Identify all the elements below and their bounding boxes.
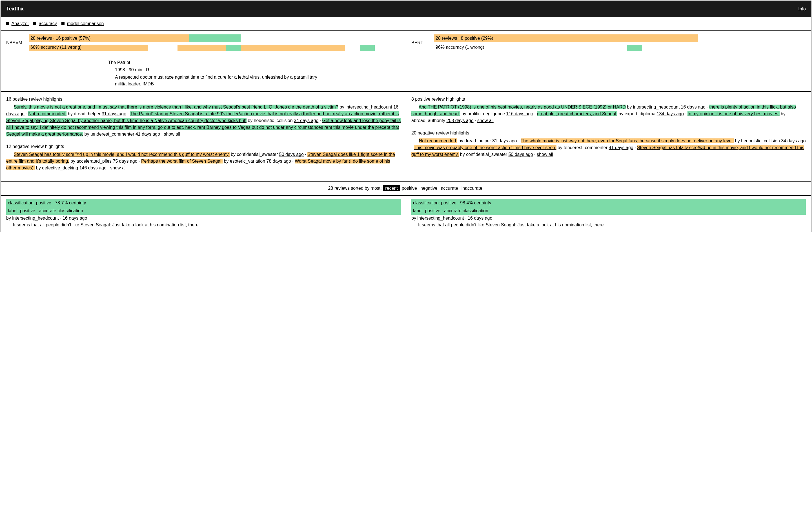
review-label-right: label: positive · accurate classificatio… (411, 207, 806, 215)
highlight-age[interactable]: 75 days ago (113, 159, 137, 164)
breadcrumb-model-comparison[interactable]: model comparison (67, 21, 104, 26)
sort-option-negative[interactable]: negative (420, 186, 438, 190)
sort-option-inaccurate[interactable]: inaccurate (461, 186, 482, 190)
highlight-age[interactable]: 31 days ago (492, 138, 517, 143)
model-panel-left: NBSVM 28 reviews · 16 positive (57%) 60%… (1, 31, 406, 55)
highlight-snippet[interactable]: Perhaps the worst film of Steven Seagal. (141, 159, 223, 164)
pos-highlights-left: Surely, this movie is not a great one, a… (6, 104, 401, 137)
highlights-right: 8 positive review highlights And THE PAT… (406, 92, 811, 181)
highlight-age[interactable]: 41 days ago (136, 132, 160, 136)
show-all-link[interactable]: show all (537, 152, 553, 157)
review-text-left: It seems that all people didn't like Ste… (6, 222, 401, 228)
movie-meta: 1998 · 90 min · R (108, 67, 806, 73)
pos-highlights-right: And THE PATRIOT (1998) is one of his bes… (411, 104, 806, 124)
review-byline-left: by intersecting_headcount · 16 days ago (6, 215, 401, 222)
sort-option-recent[interactable]: recent (383, 185, 400, 191)
highlight-snippet[interactable]: The whole movie is just way out there, e… (521, 138, 734, 143)
reviews-stat-left: 28 reviews · 16 positive (57%) (29, 34, 401, 42)
highlights-left: 16 positive review highlights Surely, th… (1, 92, 406, 181)
review-label-left: label: positive · accurate classificatio… (6, 207, 401, 215)
sort-label: 28 reviews sorted by most: (328, 186, 381, 190)
show-all-link[interactable]: show all (477, 118, 494, 123)
square-icon (61, 22, 64, 25)
highlight-snippet[interactable]: Steven Seagal has totally scre#¤d up in … (14, 152, 230, 157)
model-summary: NBSVM 28 reviews · 16 positive (57%) 60%… (1, 31, 811, 55)
highlight-snippet[interactable]: And THE PATRIOT (1998) is one of his bes… (419, 104, 626, 110)
movie-synopsis: A respected doctor must race against tim… (108, 74, 322, 87)
highlight-age[interactable]: 78 days ago (267, 159, 291, 164)
neg-heading-right: 20 negative review highlights (411, 130, 806, 136)
neg-highlights-left: Steven Seagal has totally scre#¤d up in … (6, 151, 401, 171)
sort-option-positive[interactable]: positive (402, 186, 417, 190)
movie-title: The Patriot (108, 59, 806, 66)
review-age-left[interactable]: 16 days ago (62, 216, 87, 220)
highlight-snippet[interactable]: In my opinion it is one of his very best… (687, 111, 779, 116)
breadcrumb: Analyze: accuracy model comparison (1, 17, 811, 31)
movie-info: The Patriot 1998 · 90 min · R A respecte… (1, 55, 811, 91)
highlight-snippet[interactable]: This movie was probably one of the worst… (414, 145, 556, 150)
breadcrumb-analyze[interactable]: Analyze: (11, 21, 29, 26)
review-age-right[interactable]: 16 days ago (468, 216, 492, 220)
review-class-right: classification: positive · 98.4% certain… (411, 199, 806, 207)
highlight-age[interactable]: 34 days ago (781, 138, 806, 143)
sort-option-accurate[interactable]: accurate (441, 186, 458, 190)
square-icon (6, 22, 9, 25)
review-card-left: classification: positive · 78.7% certain… (1, 196, 406, 232)
highlight-age[interactable]: 116 days ago (506, 111, 533, 116)
info-link[interactable]: Info (798, 6, 806, 12)
neg-highlights-right: Not recommended. by dread_helper 31 days… (411, 137, 806, 158)
model-name-right: BERT (411, 39, 430, 46)
show-all-link[interactable]: show all (110, 166, 127, 170)
sort-row: 28 reviews sorted by most: recentpositiv… (1, 181, 811, 195)
review-byline-right: by intersecting_headcount · 16 days ago (411, 215, 806, 222)
square-icon (33, 22, 36, 25)
highlight-snippet[interactable]: great plot, great characters, and Seagal… (537, 111, 618, 116)
review-card-right: classification: positive · 98.4% certain… (406, 196, 811, 232)
neg-heading-left: 12 negative review highlights (6, 143, 401, 150)
breadcrumb-accuracy[interactable]: accuracy (39, 21, 57, 26)
review-text-right: It seems that all people didn't like Ste… (411, 222, 806, 228)
highlight-age[interactable]: 134 days ago (657, 111, 684, 116)
reviews: classification: positive · 78.7% certain… (1, 195, 811, 232)
pos-heading-left: 16 positive review highlights (6, 96, 401, 102)
accuracy-stat-right: 96% accuracy (1 wrong) (434, 43, 806, 51)
model-name-left: NBSVM (6, 39, 24, 46)
pos-heading-right: 8 positive review highlights (411, 96, 806, 102)
highlight-age[interactable]: 16 days ago (681, 104, 706, 110)
reviews-stat-right: 28 reviews · 8 positive (29%) (434, 34, 806, 42)
highlight-age[interactable]: 41 days ago (609, 145, 633, 150)
highlight-age[interactable]: 31 days ago (102, 111, 126, 116)
highlight-snippet[interactable]: Surely, this movie is not a great one, a… (14, 104, 339, 110)
highlight-snippet[interactable]: Not recommended. (419, 138, 457, 143)
highlight-age[interactable]: 50 days ago (508, 152, 533, 157)
topbar: Textflix Info (1, 1, 811, 17)
highlight-age[interactable]: 146 days ago (80, 166, 106, 170)
highlight-age[interactable]: 208 days ago (447, 118, 473, 123)
highlight-age[interactable]: 50 days ago (279, 152, 304, 157)
app-title: Textflix (6, 5, 24, 13)
review-class-left: classification: positive · 78.7% certain… (6, 199, 401, 207)
highlight-age[interactable]: 34 days ago (294, 118, 318, 123)
model-panel-right: BERT 28 reviews · 8 positive (29%) 96% a… (406, 31, 811, 55)
accuracy-stat-left: 60% accuracy (11 wrong) (29, 43, 401, 51)
show-all-link[interactable]: show all (164, 132, 180, 136)
imdb-link[interactable]: IMDB → (143, 81, 160, 86)
highlight-snippet[interactable]: Not recommended. (28, 111, 66, 116)
highlights: 16 positive review highlights Surely, th… (1, 91, 811, 181)
